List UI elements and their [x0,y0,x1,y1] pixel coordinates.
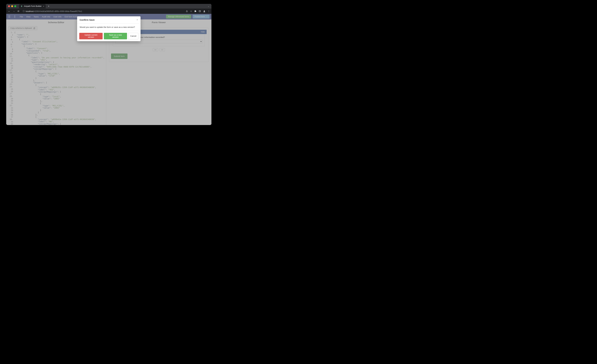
browser-tab[interactable]: Ampath Form Builder × [19,4,46,8]
tab-overflow-icon[interactable]: ⌄ [208,5,209,7]
back-button[interactable]: ← [8,10,11,13]
new-tab-button[interactable]: + [47,5,50,8]
extensions-icon[interactable] [194,10,196,12]
minimize-window-icon[interactable] [11,5,13,7]
share-icon[interactable] [186,10,188,12]
svg-rect-0 [199,10,201,12]
profile-icon[interactable] [203,10,205,12]
url-path: :4200/#/edit/a09695d5-d85b-4369-b9da-f5a… [34,10,82,12]
save-as-new-version-button[interactable]: Save as a new version [104,33,127,39]
modal-close-icon[interactable]: × [136,18,138,22]
update-current-version-button[interactable]: Update current version [79,33,103,39]
window-controls [8,5,16,7]
panel-icon[interactable] [199,10,201,12]
browser-tab-bar: Ampath Form Builder × + ⌄ [6,4,212,8]
tab-favicon-icon [21,5,23,7]
browser-toolbar: ← → ⟳ ⓘ localhost:4200/#/edit/a09695d5-d… [6,8,212,14]
tab-title: Ampath Form Builder [24,5,42,7]
address-bar[interactable]: ⓘ localhost:4200/#/edit/a09695d5-d85b-43… [22,10,184,13]
modal-body-text: Would you want to update the form or sav… [77,24,141,31]
chrome-menu-icon[interactable]: ⋮ [208,10,210,12]
modal-title: Confirm Save [80,18,95,21]
cancel-button[interactable]: Cancel [128,33,138,39]
url-host: localhost [26,10,34,12]
confirm-save-modal: Confirm Save × Would you want to update … [77,16,141,41]
reload-button[interactable]: ⟳ [17,10,20,12]
tab-close-icon[interactable]: × [43,5,44,8]
site-info-icon[interactable]: ⓘ [23,10,25,13]
close-window-icon[interactable] [8,5,10,7]
forward-button[interactable]: → [12,10,15,13]
bookmark-icon[interactable]: ☆ [190,10,192,12]
svg-point-2 [204,10,204,11]
maximize-window-icon[interactable] [14,5,16,7]
